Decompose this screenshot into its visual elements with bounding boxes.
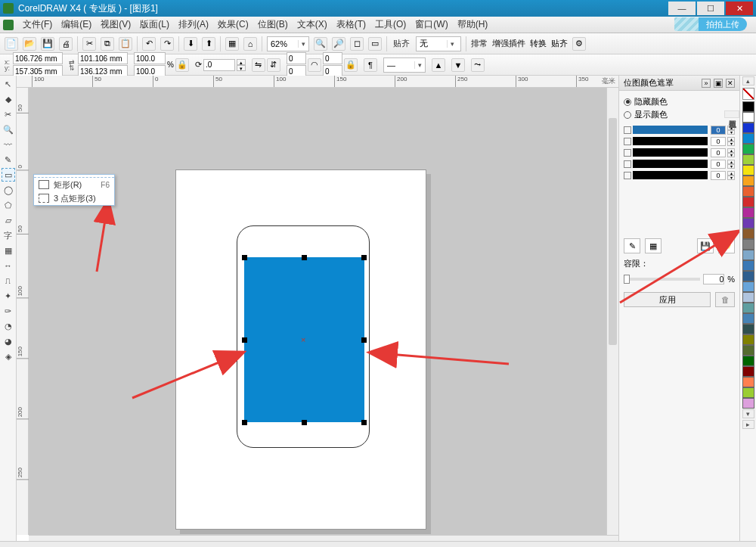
mirror-h-button[interactable]: ⇋	[252, 58, 265, 72]
zoom-in-button[interactable]: 🔍	[314, 37, 327, 51]
palette-swatch-12[interactable]	[742, 228, 754, 239]
menu-view[interactable]: 视图(V)	[96, 17, 135, 33]
palette-swatch-8[interactable]	[742, 186, 754, 197]
palette-swatch-26[interactable]	[742, 377, 754, 387]
palette-swatch-3[interactable]	[742, 133, 754, 144]
wrap-text-button[interactable]: ¶	[364, 58, 377, 72]
tolerance-slider[interactable]	[624, 278, 700, 281]
menu-tools[interactable]: 工具(O)	[370, 17, 411, 33]
group-paichang[interactable]: 排常	[471, 38, 488, 49]
corner-tr-input[interactable]	[323, 52, 342, 64]
interactive-tool[interactable]: ✦	[2, 289, 15, 303]
hide-color-radio[interactable]: 隐藏颜色	[624, 95, 735, 108]
palette-scroll-up[interactable]: ▴	[742, 76, 754, 85]
freehand-tool[interactable]: 〰	[2, 138, 15, 151]
print-button[interactable]: 🖨	[59, 37, 73, 51]
palette-swatch-23[interactable]	[742, 345, 754, 356]
pick-tool[interactable]: ↖	[2, 77, 15, 91]
lock-ratio-button[interactable]: 🔒	[175, 58, 189, 72]
smart-fill-tool[interactable]: ✎	[2, 153, 15, 166]
zoom-tool[interactable]: 🔍	[2, 123, 15, 136]
to-back-button[interactable]: ▼	[451, 58, 465, 72]
snap-combo[interactable]: 无 ▾	[416, 36, 461, 51]
color-row-4[interactable]: 0▴▾	[624, 169, 735, 181]
crop-tool[interactable]: ✂	[2, 107, 15, 121]
menu-window[interactable]: 窗口(W)	[411, 17, 452, 33]
flyout-3pt-rectangle[interactable]: 3 点矩形(3)	[34, 191, 114, 205]
palette-swatch-1[interactable]	[742, 112, 754, 123]
palette-swatch-5[interactable]	[742, 154, 754, 165]
basic-shapes-tool[interactable]: ▱	[2, 213, 15, 227]
palette-swatch-24[interactable]	[742, 356, 754, 366]
pos-x-input[interactable]	[13, 52, 63, 64]
save-mask-button[interactable]: 💾	[697, 238, 714, 253]
sel-handle-br[interactable]	[361, 420, 367, 425]
width-input[interactable]	[78, 52, 128, 64]
table-tool[interactable]: ▦	[2, 244, 15, 257]
redo-button[interactable]: ↷	[160, 37, 174, 51]
corner-lock-button[interactable]: 🔒	[344, 58, 358, 72]
palette-swatch-10[interactable]	[742, 207, 754, 218]
menu-help[interactable]: 帮助(H)	[453, 17, 493, 33]
menu-edit[interactable]: 编辑(E)	[57, 17, 96, 33]
eyedropper-button[interactable]: ✎	[624, 238, 640, 253]
color-row-2[interactable]: 0▴▾	[624, 147, 735, 158]
scale-x-input[interactable]	[134, 52, 166, 64]
palette-swatch-25[interactable]	[742, 366, 754, 377]
slider-knob[interactable]	[624, 275, 630, 284]
zoom-page-button[interactable]: ▭	[368, 37, 382, 51]
sel-handle-mr[interactable]	[361, 337, 367, 343]
flyout-rectangle[interactable]: 矩形(R) F6	[34, 178, 114, 191]
no-color-swatch[interactable]	[742, 88, 754, 100]
shape-tool[interactable]: ◆	[2, 92, 15, 106]
palette-swatch-17[interactable]	[742, 281, 754, 292]
palette-swatch-7[interactable]	[742, 176, 754, 186]
menu-arrange[interactable]: 排列(A)	[174, 17, 213, 33]
palette-swatch-2[interactable]	[742, 123, 754, 133]
copy-button[interactable]: ⧉	[101, 37, 114, 51]
palette-swatch-22[interactable]	[742, 334, 754, 345]
eyedropper-tool[interactable]: ✑	[2, 304, 15, 318]
cut-button[interactable]: ✂	[82, 37, 96, 51]
group-zhuanhuan[interactable]: 转换	[530, 38, 547, 49]
palette-swatch-15[interactable]	[742, 260, 754, 271]
rotate-input[interactable]	[203, 59, 235, 71]
docker-menu-button[interactable]: ▣	[714, 79, 723, 88]
palette-swatch-21[interactable]	[742, 324, 754, 334]
palette-swatch-11[interactable]	[742, 218, 754, 228]
palette-swatch-13[interactable]	[742, 239, 754, 250]
sel-handle-bm[interactable]	[302, 420, 307, 425]
palette-flyout-button[interactable]: ▸	[742, 420, 754, 429]
palette-swatch-9[interactable]	[742, 197, 754, 207]
open-mask-button[interactable]: 📂	[718, 238, 735, 253]
sel-handle-tl[interactable]	[242, 255, 247, 260]
palette-swatch-19[interactable]	[742, 303, 754, 313]
app-launch-button[interactable]: ▦	[225, 37, 239, 51]
menu-bitmaps[interactable]: 位图(B)	[253, 17, 293, 33]
menu-layout[interactable]: 版面(L)	[135, 17, 174, 33]
minimize-button[interactable]: —	[668, 2, 696, 15]
dimension-tool[interactable]: ↔	[2, 259, 15, 272]
round-corner-icon[interactable]: ◠	[308, 58, 321, 72]
ruler-horizontal[interactable]: 100 50 0 50 100 150 200 250 300 350 毫米	[17, 76, 618, 88]
outline-tool[interactable]: ◔	[2, 319, 15, 333]
scroll-thumb[interactable]	[609, 118, 617, 345]
palette-swatch-6[interactable]	[742, 165, 754, 176]
show-color-radio[interactable]: 显示颜色	[624, 108, 735, 121]
rectangle-tool[interactable]: ▭	[2, 168, 15, 182]
connector-tool[interactable]: ⎍	[2, 274, 15, 287]
sel-handle-tm[interactable]	[302, 255, 307, 260]
menu-effects[interactable]: 效果(C)	[213, 17, 253, 33]
docker-tab[interactable]: 位图颜色遮罩	[724, 110, 739, 118]
import-button[interactable]: ⬇	[184, 37, 197, 51]
palette-swatch-16[interactable]	[742, 271, 754, 281]
palette-swatch-14[interactable]	[742, 250, 754, 260]
canvas[interactable]: ×	[29, 88, 618, 535]
docker-close-button[interactable]: ✕	[726, 79, 735, 88]
convert-curve-button[interactable]: ⤳	[471, 58, 485, 72]
apply-button[interactable]: 应用	[624, 292, 711, 307]
outline-combo[interactable]: —▾	[383, 57, 426, 73]
docker-title-bar[interactable]: 位图颜色遮罩 » ▣ ✕	[619, 76, 739, 91]
spin-down[interactable]: ▾	[237, 65, 246, 71]
text-tool[interactable]: 字	[2, 228, 15, 242]
